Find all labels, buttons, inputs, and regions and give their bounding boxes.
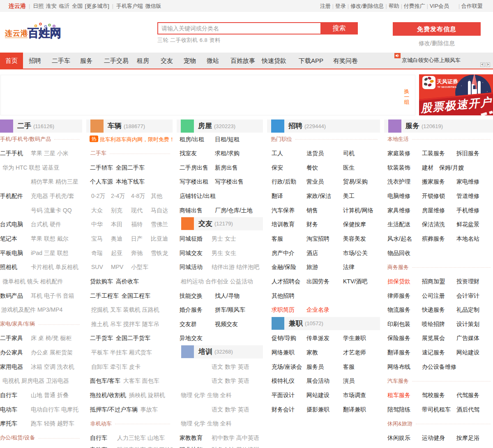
svg-text:TF SECURITIES: TF SECURITIES [438,86,456,88]
svg-text:天风证券: 天风证券 [436,78,458,85]
